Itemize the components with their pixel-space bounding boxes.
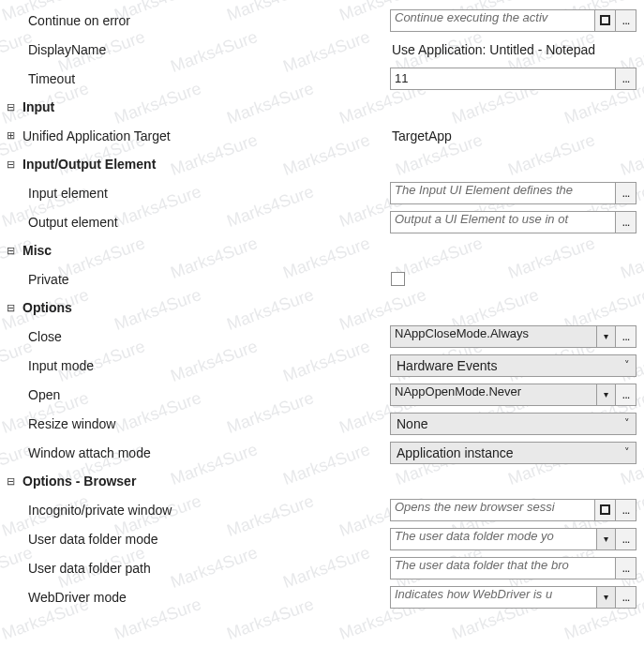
row-private: Private	[4, 264, 637, 293]
row-close: Close NAppCloseMode.Always ▾ ...	[4, 322, 637, 351]
label-input-mode: Input mode	[17, 358, 390, 373]
open-combo[interactable]: NAppOpenMode.Never	[390, 384, 597, 406]
row-resize-window: Resize window None ˅	[4, 409, 637, 438]
close-combo[interactable]: NAppCloseMode.Always	[390, 325, 597, 348]
section-input-output-element-label: Input/Output Element	[17, 157, 390, 172]
section-misc-label: Misc	[17, 243, 390, 258]
label-input-element: Input element	[17, 186, 390, 201]
input-element-input[interactable]: The Input UI Element defines the	[390, 182, 616, 204]
window-attach-mode-value: Application instance	[397, 445, 514, 460]
label-timeout: Timeout	[17, 71, 390, 86]
row-output-element: Output element Output a UI Element to us…	[4, 207, 637, 236]
row-display-name: DisplayName Use Application: Untitled - …	[4, 35, 637, 64]
output-element-ellipsis-button[interactable]: ...	[616, 211, 637, 233]
incognito-input[interactable]: Opens the new browser sessi	[390, 499, 595, 521]
label-unified-application-target: Unified Application Target	[17, 128, 390, 143]
label-user-data-folder-mode: User data folder mode	[17, 532, 390, 547]
collapse-icon[interactable]: ⊟	[4, 302, 17, 314]
chevron-down-icon: ˅	[624, 359, 630, 371]
input-mode-combo[interactable]: Hardware Events ˅	[390, 354, 637, 377]
row-continue-on-error: Continue on error Continue executing the…	[4, 6, 637, 35]
output-element-input[interactable]: Output a UI Element to use in ot	[390, 211, 616, 233]
section-options-browser: ⊟ Options - Browser	[4, 467, 637, 495]
row-input-mode: Input mode Hardware Events ˅	[4, 351, 637, 380]
section-input-label: Input	[17, 99, 390, 114]
user-data-folder-path-ellipsis-button[interactable]: ...	[616, 557, 637, 579]
private-checkbox[interactable]	[391, 272, 405, 286]
section-input-output-element: ⊟ Input/Output Element	[4, 150, 637, 178]
unified-application-target-value[interactable]: TargetApp	[390, 128, 452, 143]
row-incognito: Incognito/private window Opens the new b…	[4, 495, 637, 524]
incognito-ellipsis-button[interactable]: ...	[616, 499, 637, 521]
window-attach-mode-combo[interactable]: Application instance ˅	[390, 442, 637, 464]
continue-on-error-ellipsis-button[interactable]: ...	[616, 9, 637, 32]
timeout-input[interactable]	[390, 68, 616, 90]
label-close: Close	[17, 329, 390, 344]
row-unified-application-target: ⊞ Unified Application Target TargetApp	[4, 121, 637, 150]
section-options-label: Options	[17, 300, 390, 315]
section-options: ⊟ Options	[4, 293, 637, 322]
user-data-folder-mode-ellipsis-button[interactable]: ...	[616, 528, 637, 550]
chevron-down-icon: ˅	[624, 446, 630, 459]
resize-window-value: None	[397, 416, 427, 431]
collapse-icon[interactable]: ⊟	[4, 245, 17, 257]
open-dropdown-button[interactable]: ▾	[597, 384, 616, 406]
user-data-folder-mode-input[interactable]: The user data folder mode yo	[390, 528, 597, 550]
chevron-down-icon: ˅	[624, 417, 630, 429]
label-webdriver-mode: WebDriver mode	[17, 590, 390, 605]
close-ellipsis-button[interactable]: ...	[616, 325, 637, 348]
expand-icon[interactable]: ⊞	[4, 129, 17, 142]
collapse-icon[interactable]: ⊟	[4, 475, 17, 488]
label-continue-on-error: Continue on error	[17, 13, 390, 28]
close-dropdown-button[interactable]: ▾	[597, 325, 616, 348]
display-name-value[interactable]: Use Application: Untitled - Notepad	[390, 42, 595, 57]
section-input: ⊟ Input	[4, 93, 637, 121]
stop-icon[interactable]	[595, 499, 616, 521]
webdriver-mode-dropdown-button[interactable]: ▾	[597, 586, 616, 609]
user-data-folder-path-input[interactable]: The user data folder that the bro	[390, 557, 616, 579]
continue-on-error-input[interactable]: Continue executing the activ	[390, 9, 595, 32]
label-incognito: Incognito/private window	[17, 503, 390, 518]
row-user-data-folder-mode: User data folder mode The user data fold…	[4, 524, 637, 553]
row-webdriver-mode: WebDriver mode Indicates how WebDriver i…	[4, 582, 637, 611]
label-user-data-folder-path: User data folder path	[17, 561, 390, 576]
label-output-element: Output element	[17, 215, 390, 230]
section-misc: ⊟ Misc	[4, 236, 637, 264]
properties-grid: Continue on error Continue executing the…	[0, 0, 644, 611]
collapse-icon[interactable]: ⊟	[4, 101, 17, 113]
input-element-ellipsis-button[interactable]: ...	[616, 182, 637, 204]
row-open: Open NAppOpenMode.Never ▾ ...	[4, 380, 637, 409]
row-window-attach-mode: Window attach mode Application instance …	[4, 438, 637, 467]
stop-icon[interactable]	[595, 9, 616, 32]
label-window-attach-mode: Window attach mode	[17, 445, 390, 460]
row-user-data-folder-path: User data folder path The user data fold…	[4, 553, 637, 582]
input-mode-value: Hardware Events	[397, 358, 497, 373]
row-timeout: Timeout ...	[4, 64, 637, 93]
label-resize-window: Resize window	[17, 416, 390, 431]
label-open: Open	[17, 387, 390, 402]
row-input-element: Input element The Input UI Element defin…	[4, 178, 637, 207]
open-ellipsis-button[interactable]: ...	[616, 384, 637, 406]
user-data-folder-mode-dropdown-button[interactable]: ▾	[597, 528, 616, 550]
timeout-ellipsis-button[interactable]: ...	[616, 68, 637, 90]
label-display-name: DisplayName	[17, 42, 390, 57]
webdriver-mode-input[interactable]: Indicates how WebDriver is u	[390, 586, 597, 609]
resize-window-combo[interactable]: None ˅	[390, 413, 637, 435]
section-options-browser-label: Options - Browser	[17, 474, 390, 489]
collapse-icon[interactable]: ⊟	[4, 158, 17, 171]
webdriver-mode-ellipsis-button[interactable]: ...	[616, 586, 637, 609]
label-private: Private	[17, 272, 390, 287]
